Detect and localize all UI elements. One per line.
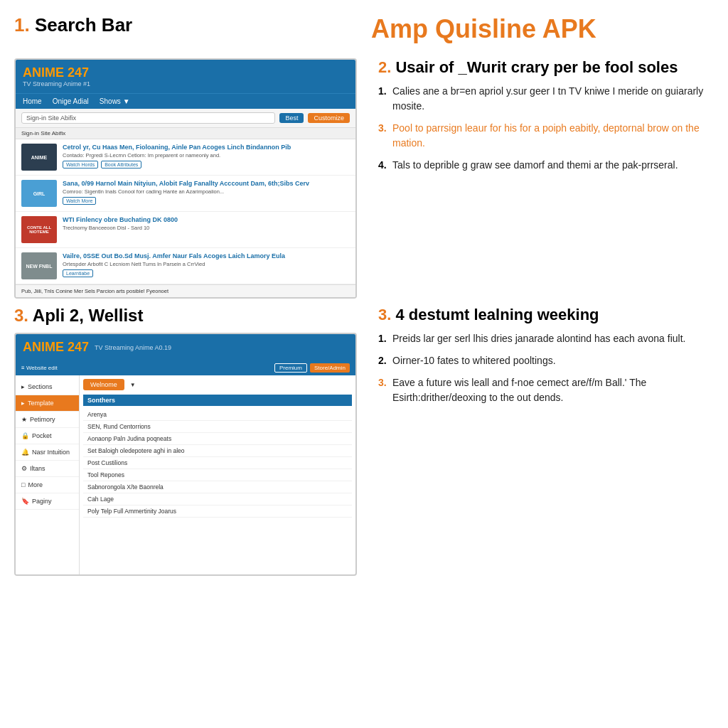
sidebar-paginy[interactable]: 🔖 Paginy: [16, 493, 79, 510]
list-item: GIRL Sana, 0/99 Harnol Main Nityiun, Alo…: [16, 176, 355, 212]
app-title: Amp Quisline APK: [371, 14, 596, 43]
settings-item-3[interactable]: Aonaonp Paln Judina poqneats: [83, 433, 352, 445]
settings-sidebar: ▸ Sections ▸ Template ★ Petimory 🔒 Pocke…: [16, 375, 80, 574]
petimory-icon: ★: [21, 416, 27, 423]
nav-home[interactable]: Home: [23, 97, 42, 105]
iltans-icon: ⚙: [21, 465, 27, 472]
anime-title-4[interactable]: Vailre, 0SSE Out Bo.Sd Musj. Amfer Naur …: [63, 252, 350, 259]
sidebar-pocket[interactable]: 🔒 Pocket: [16, 428, 79, 444]
account-button[interactable]: Store/Admin: [310, 363, 350, 373]
anime-tags-1: Watch Hords Book Attributes: [63, 161, 350, 168]
sidebar-iltans-label: Iltans: [30, 465, 46, 472]
anime-thumb-2: GIRL: [21, 180, 57, 207]
list-item: CONTE ALL NIOTEME WTI Finlency obre Buch…: [16, 212, 355, 248]
settings-item-5[interactable]: Post Custilions: [83, 457, 352, 469]
dropdown-icon[interactable]: ▼: [130, 382, 136, 388]
anime-thumb-1: ANIME: [21, 144, 57, 171]
premium-button[interactable]: Premium: [274, 363, 307, 373]
sidebar-iltans[interactable]: ⚙ Iltans: [16, 461, 79, 477]
section1-header: 1. Search Bar: [14, 14, 357, 44]
template-icon: ▸: [21, 400, 25, 407]
anime-desc-4: Ortespder Arbofit C Lecniom Nett Tums In…: [63, 261, 350, 268]
settings-header: ANIME 247 TV Streaming Anime A0.19: [16, 334, 355, 360]
section3-left-label: Apli 2, Wellist: [33, 306, 144, 325]
settings-item-9[interactable]: Poly Telp Full Ammertinity Joarus: [83, 505, 352, 518]
anime-tagline-1: TV Streaming Anime #1: [23, 80, 90, 87]
sidebar-sections[interactable]: ▸ Sections: [16, 379, 79, 395]
filter-text: Sign-in Site Abifix: [21, 130, 65, 136]
list-item-3: Pool to parrsign leaur for his for a poi…: [378, 121, 707, 151]
list-item: NEW FNBL Vailre, 0SSE Out Bo.Sd Musj. Am…: [16, 248, 355, 284]
anime-title-1[interactable]: Cetrol yr, Cu Haas Men, Fioloaning, Ainl…: [63, 144, 350, 151]
settings-nav-left[interactable]: ≡ Website edit: [21, 365, 58, 371]
section3-right-list: Preids lar ger serl lhis dries janarade …: [378, 331, 707, 405]
section3-left-title: 3. Apli 2, Wellist: [14, 306, 357, 326]
list-item-1: Calies ane a br=en apriol y.sur geer I t…: [378, 84, 707, 114]
section2-num: 2.: [378, 58, 391, 76]
anime-info-4: Vailre, 0SSE Out Bo.Sd Musj. Amfer Naur …: [63, 252, 350, 277]
anime-search-input[interactable]: [21, 112, 275, 124]
section3-right-header: 3. 4 destumt lealning weeking: [378, 306, 707, 324]
anime-best-button[interactable]: Best: [279, 113, 304, 123]
sidebar-more-label: More: [28, 481, 43, 488]
sections-icon: ▸: [21, 383, 25, 390]
anime-title-3[interactable]: WTI Finlency obre Buchating DK 0800: [63, 216, 350, 223]
settings-top-nav: ≡ Website edit Premium Store/Admin: [16, 360, 355, 375]
more-icon: □: [21, 481, 25, 488]
anime-thumb-3: CONTE ALL NIOTEME: [21, 216, 57, 243]
bottom-list-item-3: Eave a future wis leall and f-noe cemect…: [378, 375, 707, 405]
section1-num: 1.: [14, 14, 30, 36]
tag-watch[interactable]: Watch Hords: [63, 161, 98, 168]
anime-info-3: WTI Finlency obre Buchating DK 0800 Trec…: [63, 216, 350, 232]
section2-content: 2. Usair of _Wurit crary per be fool sol…: [371, 58, 714, 299]
section2-title: Usair of _Wurit crary per be fool soles: [395, 58, 678, 76]
nav-anime[interactable]: Onige Adial: [53, 97, 89, 105]
tag-watch-more[interactable]: Watch More: [63, 197, 96, 205]
anime-title-2[interactable]: Sana, 0/99 Harnol Main Nityiun, Alobit F…: [63, 180, 350, 187]
section3-right-content: 3. 4 destumt lealning weeking Preids lar…: [378, 306, 707, 405]
settings-item-1[interactable]: Arenya: [83, 409, 352, 421]
section3-right-title: 4 destumt lealning weeking: [395, 306, 599, 323]
list-item-4: Tals to deprible g graw see damorf and t…: [378, 158, 707, 173]
settings-top-bar: Welnome ▼: [83, 379, 352, 390]
nav-shows[interactable]: Shows ▼: [100, 97, 130, 105]
settings-item-4[interactable]: Set Baloigh oledepotere aghi in aleo: [83, 445, 352, 457]
anime-header-1: ANIME 247 TV Streaming Anime #1: [16, 60, 355, 93]
welcome-button[interactable]: Welnome: [83, 379, 124, 390]
anime-search-bar: Best Customize: [16, 109, 355, 128]
anime-desc-1: Contado: Prgredi S-Lecrnn Cetlorn: Im pr…: [63, 152, 350, 159]
app-title-header: Amp Quisline APK: [371, 14, 714, 44]
sidebar-nasr[interactable]: 🔔 Nasr Intuition: [16, 444, 79, 461]
anime-nav-1: Home Onige Adial Shows ▼: [16, 93, 355, 109]
tag-learn[interactable]: Learntiabe: [63, 269, 93, 277]
anime-logo-text: ANIME 247: [23, 65, 89, 80]
section2: 2. Usair of _Wurit crary per be fool sol…: [378, 58, 707, 173]
sidebar-template[interactable]: ▸ Template: [16, 395, 79, 412]
sidebar-paginy-label: Paginy: [32, 498, 52, 505]
settings-tagline: TV Streaming Anime A0.19: [95, 344, 171, 351]
settings-item-2[interactable]: SEN, Rund Centorrions: [83, 421, 352, 433]
sidebar-petimory-label: Petimory: [30, 416, 55, 423]
sidebar-more[interactable]: □ More: [16, 477, 79, 493]
section3-left-num: 3.: [14, 306, 28, 325]
nasr-icon: 🔔: [21, 449, 29, 456]
anime-tags-2: Watch More: [63, 197, 350, 205]
anime-info-1: Cetrol yr, Cu Haas Men, Fioloaning, Ainl…: [63, 144, 350, 168]
settings-content-area: Welnome ▼ Sonthers Arenya SEN, Rund Cent…: [80, 375, 355, 574]
section3-right: 3. 4 destumt lealning weeking Preids lar…: [371, 306, 714, 576]
anime-customize-button[interactable]: Customize: [308, 113, 350, 123]
anime-logo-1: ANIME 247: [23, 65, 90, 80]
settings-item-8[interactable]: Cah Lage: [83, 493, 352, 505]
anime-thumb-4: NEW FNBL: [21, 252, 57, 279]
section3-left: 3. Apli 2, Wellist ANIME 247 TV Streamin…: [14, 306, 357, 576]
section1-title: Search Bar: [35, 14, 132, 36]
anime-info-2: Sana, 0/99 Harnol Main Nityiun, Alobit F…: [63, 180, 350, 205]
settings-item-6[interactable]: Tool Repones: [83, 469, 352, 481]
sidebar-pocket-label: Pocket: [32, 432, 52, 439]
filter-bar: Sign-in Site Abifix: [16, 128, 355, 139]
settings-item-7[interactable]: Sabnorongola X/te Baonrela: [83, 481, 352, 493]
screenshot-panel-1: ANIME 247 TV Streaming Anime #1 Home Oni…: [14, 58, 357, 299]
sidebar-petimory[interactable]: ★ Petimory: [16, 412, 79, 428]
tag-book[interactable]: Book Attributes: [101, 161, 141, 168]
settings-list-header: Sonthers: [83, 395, 352, 406]
